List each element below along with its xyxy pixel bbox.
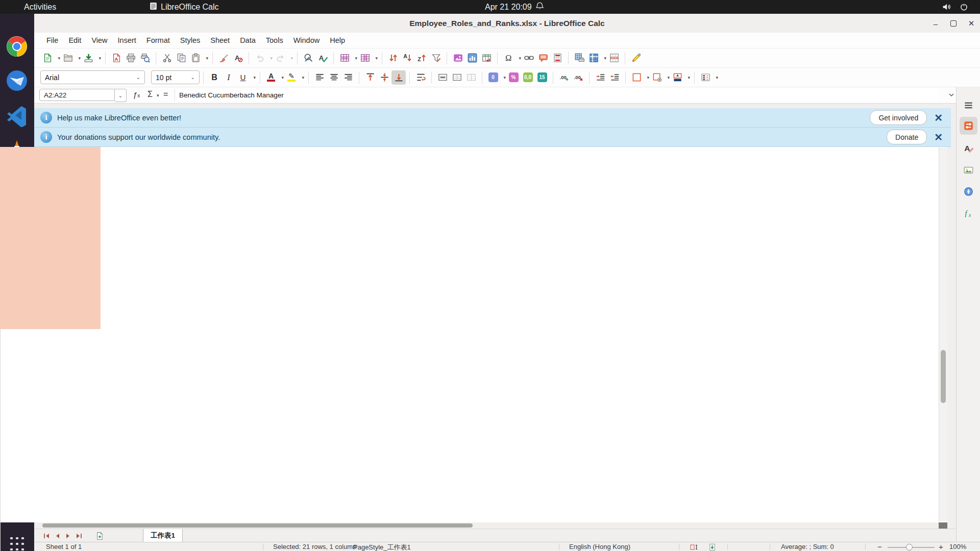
menu-format[interactable]: Format <box>141 35 175 46</box>
font-color-button[interactable]: A▾ <box>264 70 284 85</box>
align-right-button[interactable] <box>341 70 355 85</box>
font-size-combo[interactable]: 10 pt⌄ <box>151 70 200 84</box>
spreadsheet-grid[interactable]: ABCDEFGHIJKLMNOPQRSTU1234567891011121314… <box>0 147 947 522</box>
menu-window[interactable]: Window <box>288 35 325 46</box>
document-modified-icon[interactable] <box>708 543 716 551</box>
clear-formatting-button[interactable]: A <box>231 51 245 65</box>
paste-button[interactable]: ▾ <box>188 51 209 65</box>
selection-mode-icon[interactable] <box>690 543 698 551</box>
save-button[interactable]: ▾ <box>81 51 102 65</box>
merge-center-button[interactable] <box>435 70 450 85</box>
column-button[interactable]: ▾ <box>358 51 378 65</box>
format-date-button[interactable]: 15 <box>535 70 549 85</box>
close-button[interactable]: ✕ <box>965 17 977 30</box>
spelling-button[interactable]: A <box>315 51 330 65</box>
navigator-tab[interactable] <box>960 183 977 201</box>
zoom-level[interactable]: 100% <box>949 543 966 550</box>
special-character-button[interactable]: Ω▾ <box>501 51 522 65</box>
sheet-tab[interactable]: 工作表1 <box>143 529 183 542</box>
zoom-out-button[interactable]: − <box>877 542 882 551</box>
align-center-button[interactable] <box>327 70 341 85</box>
show-applications-button[interactable] <box>5 533 29 551</box>
volume-icon[interactable] <box>942 0 951 14</box>
center-vertically-button[interactable] <box>377 70 391 85</box>
add-decimal-button[interactable]: .00 <box>557 70 571 85</box>
autofilter-button[interactable] <box>429 51 443 65</box>
open-button[interactable]: ▾ <box>61 51 81 65</box>
clock-button[interactable]: Apr 21 20:09 <box>485 0 544 14</box>
dock-item-thunderbird[interactable] <box>5 69 29 92</box>
insert-chart-button[interactable] <box>465 51 479 65</box>
menu-styles[interactable]: Styles <box>175 35 206 46</box>
clone-formatting-button[interactable] <box>216 51 231 65</box>
menu-tools[interactable]: Tools <box>261 35 288 46</box>
next-sheet-icon[interactable] <box>64 532 72 540</box>
horizontal-scrollbar-thumb[interactable] <box>42 523 473 528</box>
border-style-button[interactable]: ▾ <box>650 70 670 85</box>
format-percent-button[interactable]: % <box>506 70 521 85</box>
sum-icon[interactable]: Σ <box>148 90 153 99</box>
name-box-dropdown[interactable]: ⌄ <box>115 89 127 102</box>
copy-button[interactable] <box>174 51 188 65</box>
format-number-button[interactable]: 0▾ <box>486 70 506 85</box>
menu-sheet[interactable]: Sheet <box>205 35 235 46</box>
close-icon[interactable]: ✕ <box>934 112 943 124</box>
language-indicator[interactable]: English (Hong Kong) <box>569 543 630 550</box>
export-pdf-button[interactable]: A <box>109 51 124 65</box>
dock-item-chrome[interactable] <box>5 35 29 58</box>
print-area-button[interactable] <box>572 51 586 65</box>
focused-app-indicator[interactable]: LibreOffice Calc <box>150 0 219 14</box>
pivot-table-button[interactable] <box>479 51 494 65</box>
close-icon[interactable]: ✕ <box>934 131 943 143</box>
menu-file[interactable]: File <box>41 35 63 46</box>
delete-decimal-button[interactable]: .00 <box>571 70 585 85</box>
styles-tab[interactable]: A <box>960 139 977 157</box>
sort-ascending-button[interactable]: A <box>400 51 414 65</box>
hyperlink-button[interactable] <box>522 51 536 65</box>
insert-image-button[interactable] <box>451 51 465 65</box>
zoom-in-button[interactable]: + <box>939 542 943 551</box>
zoom-slider-thumb[interactable] <box>906 544 913 550</box>
conditional-format-button[interactable]: ▾ <box>698 70 719 85</box>
decrease-indent-button[interactable] <box>607 70 622 85</box>
menu-insert[interactable]: Insert <box>113 35 141 46</box>
bold-button[interactable]: B <box>207 70 222 85</box>
find-replace-button[interactable] <box>301 51 315 65</box>
function-wizard-icon[interactable]: ƒx <box>133 90 140 99</box>
underline-button[interactable]: U▾ <box>236 70 256 85</box>
power-icon[interactable] <box>960 0 968 14</box>
wrap-text-button[interactable] <box>413 70 428 85</box>
highlight-color-button[interactable]: ✎▾ <box>284 70 305 85</box>
functions-tab[interactable]: fx <box>960 204 977 222</box>
italic-button[interactable]: I <box>222 70 236 85</box>
menu-view[interactable]: View <box>86 35 112 46</box>
font-name-combo[interactable]: Arial⌄ <box>40 70 145 84</box>
first-sheet-icon[interactable] <box>42 532 51 540</box>
donate-button[interactable]: Donate <box>887 130 927 144</box>
sort-button[interactable] <box>386 51 400 65</box>
window-titlebar[interactable]: Employee_Roles_and_Ranks.xlsx - LibreOff… <box>34 14 980 33</box>
horizontal-scrollbar[interactable] <box>42 522 939 529</box>
get-involved-button[interactable]: Get involved <box>870 110 927 125</box>
row-button[interactable]: ▾ <box>337 51 358 65</box>
draw-functions-button[interactable] <box>629 51 643 65</box>
print-preview-button[interactable] <box>138 51 152 65</box>
sum-dropdown-icon[interactable]: ▾ <box>157 93 159 98</box>
name-box[interactable]: A2:A22 <box>39 89 115 101</box>
split-window-button[interactable] <box>607 51 621 65</box>
vertical-scrollbar[interactable] <box>939 147 947 521</box>
expand-formula-bar-icon[interactable] <box>948 91 955 101</box>
last-sheet-icon[interactable] <box>75 532 83 540</box>
page-style[interactable]: PageStyle_工作表1 <box>353 543 411 551</box>
merge-cells-button[interactable] <box>450 70 464 85</box>
menu-help[interactable]: Help <box>325 35 350 46</box>
dock-item-vscode[interactable] <box>5 104 29 127</box>
insert-sheet-icon[interactable] <box>94 532 105 540</box>
vertical-scrollbar-thumb[interactable] <box>941 350 946 403</box>
new-button[interactable]: ▾ <box>40 51 61 65</box>
headers-footers-button[interactable] <box>550 51 565 65</box>
sidebar-settings-tab[interactable] <box>960 96 977 114</box>
menu-data[interactable]: Data <box>235 35 261 46</box>
format-decimal-button[interactable]: 0,0 <box>521 70 535 85</box>
freeze-panes-button[interactable]: ▾ <box>586 51 607 65</box>
